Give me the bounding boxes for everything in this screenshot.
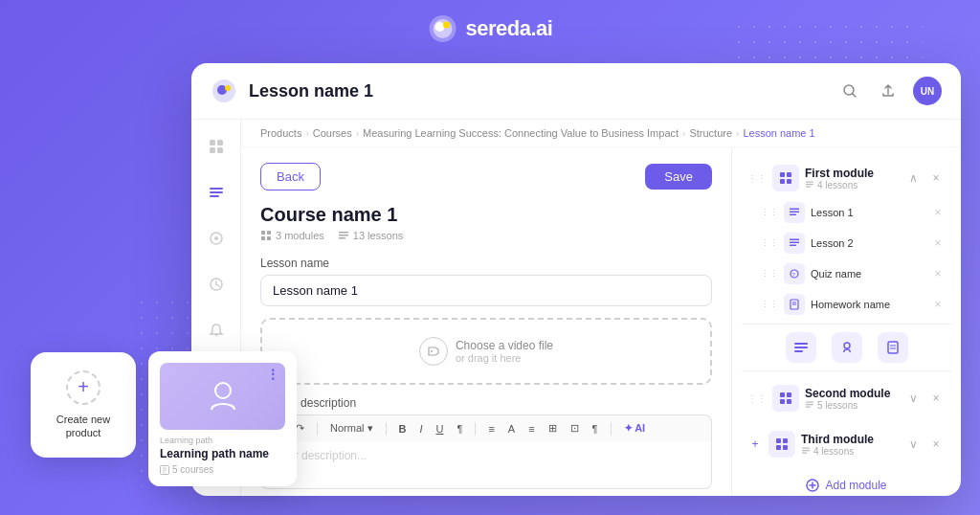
bold-button[interactable]: B — [394, 421, 412, 437]
main-window: Lesson name 1 UN — [191, 63, 961, 496]
svg-rect-44 — [790, 212, 799, 213]
lp-name[interactable]: Learning path name — [160, 447, 285, 460]
module-header-second[interactable]: ⋮⋮ Second module — [742, 379, 951, 417]
third-module-close[interactable]: × — [926, 435, 946, 454]
svg-point-3 — [443, 22, 450, 29]
lesson-drag-hw[interactable]: ⋮⋮ — [761, 300, 778, 309]
svg-rect-64 — [787, 399, 791, 404]
module-header-first[interactable]: ⋮⋮ First module — [742, 159, 951, 197]
breadcrumb-products[interactable]: Products — [260, 127, 301, 139]
svg-rect-26 — [261, 236, 265, 240]
third-module-actions: ∨ × — [903, 435, 946, 454]
svg-rect-68 — [776, 438, 781, 443]
homework-close[interactable]: × — [930, 297, 946, 312]
svg-rect-12 — [217, 147, 223, 153]
lesson-drag-quiz[interactable]: ⋮⋮ — [761, 269, 778, 279]
lp-courses-count: 5 courses — [172, 464, 213, 475]
underline-button[interactable]: U — [432, 421, 449, 437]
svg-rect-45 — [790, 214, 796, 216]
third-module-expand[interactable]: ∨ — [903, 435, 923, 454]
second-module-name: Second module — [805, 387, 898, 400]
module-header-third[interactable]: + Third module — [742, 425, 951, 463]
svg-rect-71 — [783, 445, 788, 450]
lesson-desc-label: Lesson description — [260, 396, 712, 410]
lesson-icon-1 — [784, 202, 805, 223]
toolbar-sep-1 — [317, 422, 318, 436]
svg-line-8 — [853, 94, 856, 97]
svg-point-6 — [225, 85, 231, 91]
add-module-button[interactable]: Add module — [742, 471, 951, 496]
first-module-actions: ∧ × — [903, 168, 946, 188]
lesson-drag-2[interactable]: ⋮⋮ — [761, 238, 778, 248]
add-quiz-btn[interactable] — [832, 332, 862, 363]
video-upload-area[interactable]: Choose a video file or drag it here — [260, 318, 712, 385]
lp-image: ⋮ — [160, 363, 285, 430]
first-module-expand[interactable]: ∧ — [903, 168, 923, 188]
sidebar-icon-bell[interactable] — [201, 315, 232, 346]
breadcrumb-lesson: Lesson name 1 — [743, 127, 814, 139]
course-title: Course name 1 — [260, 204, 712, 226]
back-button[interactable]: Back — [260, 163, 321, 190]
svg-rect-65 — [806, 402, 813, 403]
sidebar-icon-clock[interactable] — [201, 269, 232, 300]
breadcrumb-courses[interactable]: Courses — [313, 127, 352, 139]
add-lesson-btn[interactable] — [786, 332, 816, 363]
add-homework-btn[interactable] — [878, 332, 908, 363]
quiz-close[interactable]: × — [930, 266, 946, 281]
svg-rect-55 — [794, 347, 808, 348]
form-area: Back Save Course name 1 3 modules 13 les… — [241, 147, 731, 496]
lp-label: Learning path — [160, 436, 285, 445]
second-module-close[interactable]: × — [926, 389, 946, 408]
text-color-button[interactable]: A — [503, 421, 520, 437]
lesson-icon-2 — [784, 233, 805, 254]
drag-handle-second[interactable]: ⋮⋮ — [747, 393, 767, 404]
svg-rect-48 — [790, 245, 796, 247]
editor-body[interactable]: Enter description... — [260, 441, 712, 489]
drag-handle-first[interactable]: ⋮⋮ — [747, 173, 767, 184]
lesson-name-input[interactable] — [260, 275, 712, 306]
svg-point-17 — [214, 236, 218, 240]
lesson-drag-1[interactable]: ⋮⋮ — [761, 208, 778, 217]
format-normal[interactable]: Normal ▾ — [325, 420, 378, 437]
user-avatar[interactable]: UN — [913, 77, 942, 105]
svg-rect-36 — [780, 172, 785, 177]
sidebar-icon-grid[interactable] — [201, 131, 232, 162]
ai-button[interactable]: ✦ AI — [619, 420, 651, 437]
code-button[interactable]: ¶ — [588, 421, 603, 437]
embed-button[interactable]: ⊡ — [566, 420, 584, 437]
lesson-name-label: Lesson name — [260, 257, 712, 270]
module-info-first: First module 4 lessons — [805, 167, 898, 190]
svg-rect-9 — [210, 140, 215, 146]
share-button[interactable] — [875, 78, 902, 104]
logo-text: sereda.ai — [466, 16, 553, 41]
svg-point-31 — [431, 350, 433, 352]
third-module-plus[interactable]: + — [747, 437, 763, 451]
search-button[interactable] — [836, 78, 863, 104]
strikethrough-button[interactable]: ¶ — [452, 421, 467, 437]
create-new-product-card[interactable]: + Create newproduct — [31, 352, 136, 458]
italic-button[interactable]: I — [414, 421, 427, 437]
list-button[interactable]: ≡ — [523, 421, 539, 437]
breadcrumb-structure[interactable]: Structure — [689, 127, 732, 139]
second-module-expand[interactable]: ∨ — [903, 389, 923, 408]
align-button[interactable]: ≡ — [483, 421, 499, 437]
breadcrumb: Products › Courses › Measuring Learning … — [241, 120, 961, 147]
svg-rect-58 — [888, 342, 898, 353]
save-button[interactable]: Save — [645, 164, 712, 190]
svg-rect-15 — [210, 195, 219, 197]
video-upload-sub: or drag it here — [456, 352, 553, 364]
lesson-icon-hw — [784, 294, 805, 315]
sidebar-icon-list[interactable] — [201, 177, 232, 208]
svg-rect-69 — [783, 438, 788, 443]
first-module-close[interactable]: × — [926, 168, 946, 188]
breadcrumb-course-name[interactable]: Measuring Learning Success: Connecting V… — [363, 127, 679, 139]
svg-rect-37 — [787, 172, 791, 177]
third-module-name: Third module — [801, 433, 898, 446]
lesson-2-close[interactable]: × — [930, 235, 946, 251]
lesson-1-close[interactable]: × — [930, 205, 946, 220]
svg-rect-38 — [780, 179, 785, 184]
video-upload-text: Choose a video file — [456, 339, 553, 352]
lesson-1-name: Lesson 1 — [811, 207, 924, 218]
table-button[interactable]: ⊞ — [544, 420, 562, 437]
sidebar-icon-circle[interactable] — [201, 223, 232, 254]
